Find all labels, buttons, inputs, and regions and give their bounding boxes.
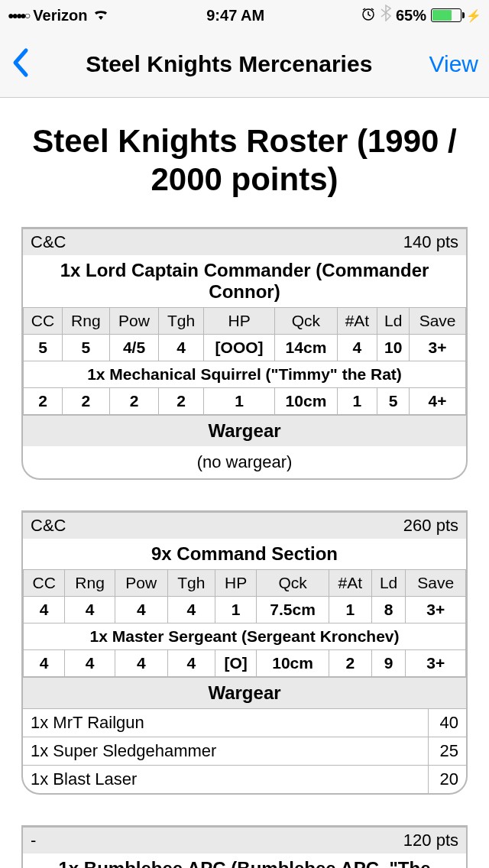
unit-card: C&C 140 pts 1x Lord Captain Commander (C… xyxy=(21,227,468,480)
alarm-icon xyxy=(361,6,376,25)
unit-points: 120 pts xyxy=(403,831,458,850)
unit-entry-title: 9x Command Section xyxy=(23,539,466,569)
unit-category: C&C xyxy=(31,516,66,536)
nav-bar: Steel Knights Mercenaries View xyxy=(0,31,489,98)
unit-card: C&C 260 pts 9x Command Section CCRngPow … xyxy=(21,510,468,795)
table-row: 554/5 4[OOO]14cm 4103+ xyxy=(24,334,466,361)
stats-table: CCRngPow TghHPQck #AtLdSave 444 417.5cm … xyxy=(23,569,466,677)
view-button[interactable]: View xyxy=(429,51,478,77)
unit-card: - 120 pts 1x Bumblebee APC (Bumblebee AP… xyxy=(21,825,468,868)
page-title: Steel Knights Roster (1990 / 2000 points… xyxy=(21,122,468,199)
wargear-empty: (no wargear) xyxy=(23,446,466,478)
stats-table: CCRngPow TghHPQck #AtLdSave 554/5 4[OOO]… xyxy=(23,307,466,415)
clock: 9:47 AM xyxy=(206,7,264,24)
unit-entry-title: 1x Bumblebee APC (Bumblebee APC, "The xyxy=(23,853,466,868)
table-row: 444 417.5cm 183+ xyxy=(24,596,466,623)
status-bar: ●●●●○ Verizon 9:47 AM 65% ⚡ xyxy=(0,0,489,31)
unit-category: - xyxy=(31,831,36,850)
signal-dots-icon: ●●●●○ xyxy=(8,9,28,21)
table-row: 222 2110cm 154+ xyxy=(24,387,466,414)
bluetooth-icon xyxy=(381,5,391,26)
wargear-item: 1x Blast Laser20 xyxy=(23,765,466,793)
wifi-icon xyxy=(92,7,110,24)
unit-entry-title: 1x Lord Captain Commander (Commander Con… xyxy=(23,255,466,307)
content[interactable]: Steel Knights Roster (1990 / 2000 points… xyxy=(0,98,489,868)
unit-entry-title: 1x Mechanical Squirrel ("Timmy" the Rat) xyxy=(24,361,466,387)
unit-points: 260 pts xyxy=(403,516,458,536)
unit-points: 140 pts xyxy=(403,232,458,252)
unit-category: C&C xyxy=(31,232,66,252)
wargear-label: Wargear xyxy=(23,415,466,446)
back-button[interactable] xyxy=(11,44,29,84)
wargear-item: 1x Super Sledgehammer25 xyxy=(23,737,466,765)
battery-percent: 65% xyxy=(396,7,426,24)
unit-entry-title: 1x Master Sergeant (Sergeant Kronchev) xyxy=(24,623,466,649)
battery-icon: ⚡ xyxy=(431,8,481,23)
carrier-label: Verizon xyxy=(33,7,87,24)
wargear-label: Wargear xyxy=(23,677,466,708)
table-row: 444 4[O]10cm 293+ xyxy=(24,649,466,676)
wargear-item: 1x MrT Railgun40 xyxy=(23,708,466,737)
nav-title: Steel Knights Mercenaries xyxy=(29,51,429,77)
